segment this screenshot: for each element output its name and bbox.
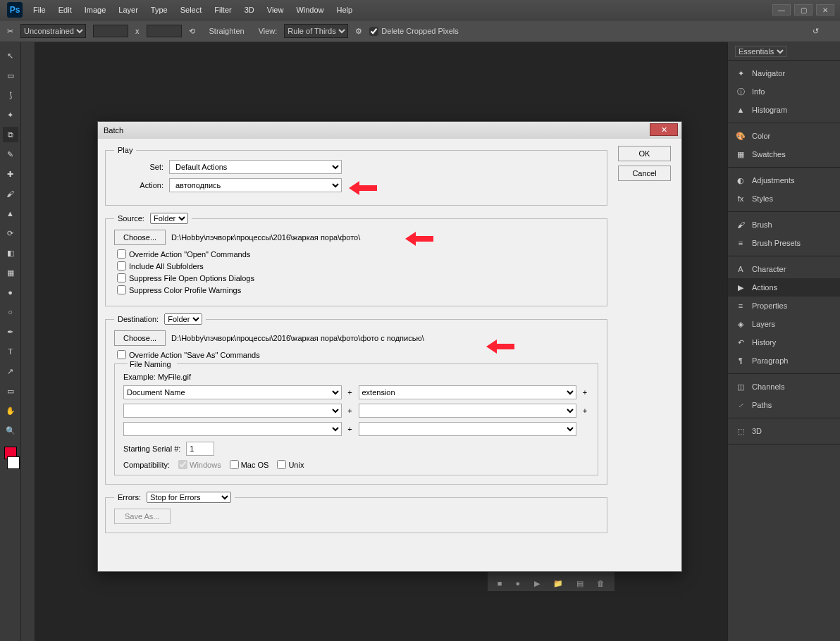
panel-brush-presets[interactable]: ≡Brush Presets xyxy=(728,234,840,252)
menu-window[interactable]: Window xyxy=(296,6,323,14)
shape-tool[interactable]: ▭ xyxy=(3,383,18,399)
maximize-button[interactable]: ▢ xyxy=(794,4,813,15)
wand-tool[interactable]: ✦ xyxy=(3,107,18,123)
compat-windows-label: Windows xyxy=(190,461,221,469)
source-choose-button[interactable]: Choose... xyxy=(114,230,166,245)
source-select[interactable]: Folder xyxy=(150,213,188,224)
close-window-button[interactable]: ✕ xyxy=(816,4,834,15)
errors-select[interactable]: Stop for Errors xyxy=(147,492,231,503)
destination-select[interactable]: Folder xyxy=(164,313,202,325)
naming-slot6[interactable] xyxy=(359,422,577,436)
menu-help[interactable]: Help xyxy=(337,6,353,14)
panel-swatches[interactable]: ▦Swatches xyxy=(728,145,840,163)
dodge-tool[interactable]: ○ xyxy=(3,304,18,320)
panel-actions[interactable]: ▶Actions xyxy=(728,278,840,297)
menu-file[interactable]: File xyxy=(33,6,46,14)
type-tool[interactable]: T xyxy=(3,344,18,359)
set-select[interactable]: Default Actions xyxy=(169,160,342,174)
panel-brush[interactable]: 🖌Brush xyxy=(728,216,840,234)
panel-history[interactable]: ↶History xyxy=(728,333,840,351)
marquee-tool[interactable]: ▭ xyxy=(3,68,18,83)
menu-filter[interactable]: Filter xyxy=(214,6,231,14)
file-naming-legend: File Naming xyxy=(128,360,177,368)
hand-tool[interactable]: ✋ xyxy=(3,403,18,418)
menu-3d[interactable]: 3D xyxy=(245,6,254,14)
naming-slot2[interactable]: extension xyxy=(359,385,577,399)
doc-tabs xyxy=(21,42,35,641)
constrain-select[interactable]: Unconstrained xyxy=(20,24,86,38)
background-color[interactable] xyxy=(7,456,20,469)
minimize-button[interactable]: — xyxy=(772,4,791,15)
panel-adjustments[interactable]: ◐Adjustments xyxy=(728,171,840,189)
menu-edit[interactable]: Edit xyxy=(58,6,72,14)
override-saveas-checkbox[interactable] xyxy=(117,350,126,359)
example-label: Example: xyxy=(123,373,156,381)
menu-layer[interactable]: Layer xyxy=(118,6,138,14)
panel-info[interactable]: ⓘInfo xyxy=(728,82,840,101)
suppress-open-checkbox[interactable] xyxy=(117,273,126,282)
panel-color[interactable]: 🎨Color xyxy=(728,127,840,145)
straighten-button[interactable]: Straighten xyxy=(209,27,245,35)
blur-tool[interactable]: ● xyxy=(3,285,18,300)
naming-slot3[interactable] xyxy=(123,404,342,418)
gradient-tool[interactable]: ▦ xyxy=(3,265,18,280)
reset-icon[interactable]: ↺ xyxy=(813,27,819,36)
panel-navigator[interactable]: ✦Navigator xyxy=(728,64,840,82)
naming-slot5[interactable] xyxy=(123,422,342,436)
workspace-select[interactable]: Essentials xyxy=(735,46,786,57)
eraser-tool[interactable]: ◧ xyxy=(3,245,18,261)
menu-image[interactable]: Image xyxy=(85,6,106,14)
include-subfolders-checkbox[interactable] xyxy=(117,261,126,270)
healing-tool[interactable]: ✚ xyxy=(3,166,18,182)
height-input[interactable] xyxy=(147,25,182,37)
override-open-checkbox[interactable] xyxy=(117,249,126,259)
source-legend: Source: Folder xyxy=(114,213,192,224)
lasso-tool[interactable]: ⟆ xyxy=(3,87,18,103)
suppress-color-checkbox[interactable] xyxy=(117,285,126,294)
eyedropper-tool[interactable]: ✎ xyxy=(3,147,18,162)
naming-slot4[interactable] xyxy=(359,404,577,418)
panel-properties[interactable]: ≡Properties xyxy=(728,297,840,315)
play-icon[interactable]: ▶ xyxy=(534,579,540,588)
batch-dialog: Batch ✕ Play Set: Default Actions Action… xyxy=(97,121,682,572)
zoom-tool[interactable]: 🔍 xyxy=(3,423,18,438)
new-icon[interactable]: ▤ xyxy=(576,579,583,588)
panel-layers[interactable]: ◈Layers xyxy=(728,315,840,333)
view-select[interactable]: Rule of Thirds xyxy=(284,24,348,38)
pen-tool[interactable]: ✒ xyxy=(3,324,18,340)
panel-character[interactable]: ACharacter xyxy=(728,260,840,278)
destination-choose-button[interactable]: Choose... xyxy=(114,330,166,346)
compat-unix-checkbox[interactable] xyxy=(277,460,286,469)
action-select[interactable]: автоподпись xyxy=(169,178,342,192)
compat-mac-checkbox[interactable] xyxy=(230,460,239,469)
trash-icon[interactable]: 🗑 xyxy=(597,579,605,588)
ok-button[interactable]: OK xyxy=(618,146,671,161)
delete-cropped-checkbox[interactable] xyxy=(369,27,378,36)
move-tool[interactable]: ↖ xyxy=(3,48,18,63)
record-icon[interactable]: ● xyxy=(516,579,521,588)
panel-channels[interactable]: ◫Channels xyxy=(728,378,840,396)
dialog-close-button[interactable]: ✕ xyxy=(650,123,678,136)
panel-paths[interactable]: ⟋Paths xyxy=(728,396,840,414)
naming-slot1[interactable]: Document Name xyxy=(123,385,342,399)
folder-icon[interactable]: 📁 xyxy=(553,579,563,588)
panel-3d[interactable]: ⬚3D xyxy=(728,422,840,440)
gear-icon[interactable]: ⚙ xyxy=(355,27,362,36)
path-tool[interactable]: ↗ xyxy=(3,363,18,379)
menu-view[interactable]: View xyxy=(267,6,284,14)
panel-paragraph[interactable]: ¶Paragraph xyxy=(728,351,840,370)
brush-tool[interactable]: 🖌 xyxy=(3,186,18,201)
serial-label: Starting Serial #: xyxy=(123,444,180,453)
stop-icon[interactable]: ■ xyxy=(498,579,502,588)
menu-select[interactable]: Select xyxy=(180,6,202,14)
panel-histogram[interactable]: ▲Histogram xyxy=(728,101,840,119)
crop-tool[interactable]: ⧉ xyxy=(3,127,18,142)
menu-type[interactable]: Type xyxy=(151,6,168,14)
stamp-tool[interactable]: ▲ xyxy=(3,206,18,221)
history-brush-tool[interactable]: ⟳ xyxy=(3,225,18,241)
cancel-button[interactable]: Cancel xyxy=(618,166,671,181)
serial-input[interactable] xyxy=(186,442,214,456)
width-input[interactable] xyxy=(93,25,128,37)
swap-icon[interactable]: ⟲ xyxy=(189,27,195,36)
panel-styles[interactable]: fxStyles xyxy=(728,189,840,208)
